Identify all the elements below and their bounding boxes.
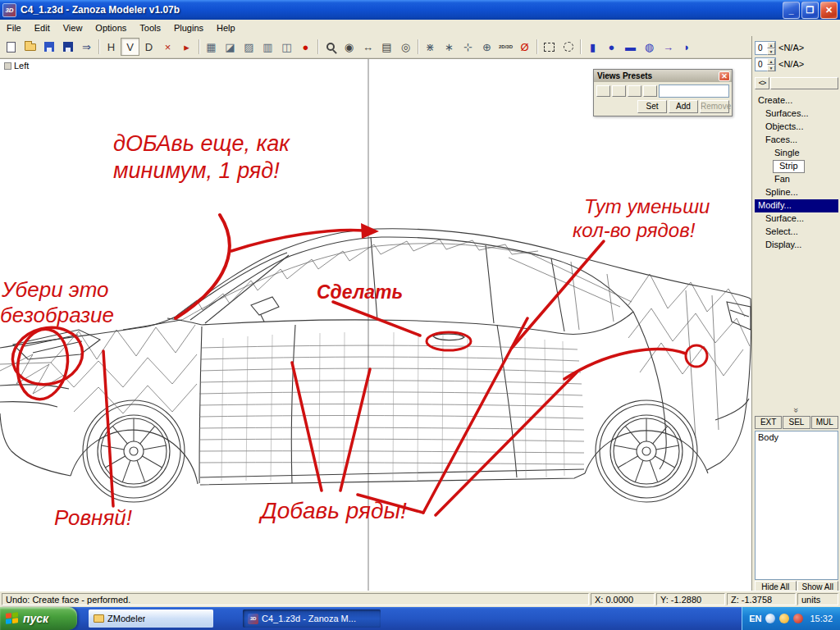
tree-strip[interactable]: Strip	[773, 160, 805, 173]
tree-spline[interactable]: Spline...	[755, 186, 838, 199]
task-button-zmodeler-folder[interactable]: ZModeler	[89, 609, 213, 628]
sel-mode-button[interactable]: SEL	[783, 416, 810, 429]
select-circle-button[interactable]	[559, 38, 578, 56]
create-cylinder-button[interactable]: ▬	[621, 38, 640, 56]
menu-edit[interactable]: Edit	[28, 21, 57, 35]
surface-tool-button[interactable]: ▥	[258, 38, 277, 56]
spinner-up-icon[interactable]: ▲	[767, 58, 775, 65]
circle-plus-icon: ⊕	[482, 42, 491, 52]
menu-options[interactable]: Options	[89, 21, 133, 35]
palette-close-icon[interactable]: ✕	[719, 71, 730, 81]
collapse-chevrons[interactable]: »	[755, 404, 838, 414]
spinner-down-icon[interactable]: ▼	[767, 48, 775, 55]
v-letter-icon: V	[126, 42, 134, 52]
menu-help[interactable]: Help	[210, 21, 242, 35]
preset-slot[interactable]	[596, 85, 610, 97]
tree-surface[interactable]: Surface...	[755, 212, 838, 226]
toggle-v-button[interactable]: V	[121, 38, 139, 56]
views-layout-button[interactable]: ▤	[377, 38, 396, 56]
toggle-h-button[interactable]: H	[102, 38, 121, 56]
start-button[interactable]: пуск	[0, 607, 77, 630]
menu-plugins[interactable]: Plugins	[167, 21, 210, 35]
mul-mode-button[interactable]: MUL	[811, 416, 838, 429]
axes-star-icon: ⋇	[426, 42, 435, 52]
preset-slot[interactable]	[612, 85, 626, 97]
slider-track[interactable]	[770, 77, 838, 89]
tree-faces[interactable]: Faces...	[755, 134, 838, 147]
viewport-canvas[interactable]: дОБАвь еще, как минимум, 1 ряд! Тут умен…	[0, 59, 751, 591]
create-box-button[interactable]: ▮	[583, 38, 602, 56]
tree-single[interactable]: Single	[755, 147, 838, 160]
pan-button[interactable]: ↔	[358, 38, 377, 56]
export-button[interactable]: ⇒	[77, 38, 96, 56]
toggle-d-button[interactable]: D	[139, 38, 158, 56]
select-rect-button[interactable]	[540, 38, 559, 56]
preset-name-field[interactable]	[659, 84, 729, 98]
preset-slot[interactable]	[643, 85, 657, 97]
save-file-button[interactable]	[39, 38, 58, 56]
tree-modify[interactable]: Modify...	[755, 199, 838, 212]
menu-file[interactable]: File	[0, 21, 28, 35]
create-sphere-button[interactable]: ●	[602, 38, 621, 56]
zoom-button[interactable]	[321, 38, 340, 56]
merge-tool-button[interactable]: ◫	[277, 38, 296, 56]
snap-axes-button[interactable]: ⋇	[421, 38, 440, 56]
create-torus-button[interactable]: ◍	[640, 38, 659, 56]
uv-tool-button[interactable]: ▨	[240, 38, 258, 56]
snap-grid-button[interactable]: ∗	[440, 38, 459, 56]
material-button[interactable]: ●	[296, 38, 315, 56]
minimize-button[interactable]: _	[783, 2, 800, 19]
new-file-button[interactable]	[2, 38, 21, 56]
window-title: C4_1.z3d - Zanoza Modeler v1.07b	[21, 4, 778, 16]
snap-points-button[interactable]: ⊹	[459, 38, 477, 56]
open-file-button[interactable]	[21, 38, 39, 56]
tray-app-icon-1[interactable]	[765, 614, 775, 623]
zoom-region-button[interactable]: ◉	[340, 38, 358, 56]
objects-listbox[interactable]: Body	[755, 431, 838, 580]
tree-display[interactable]: Display...	[755, 239, 838, 252]
language-indicator[interactable]: EN	[749, 614, 761, 623]
task-button-zmodeler-app[interactable]: 3D C4_1.z3d - Zanoza M...	[243, 609, 381, 628]
tree-fan[interactable]: Fan	[755, 173, 838, 186]
object-item-body[interactable]: Body	[756, 431, 838, 443]
preset-set-button[interactable]: Set	[637, 100, 667, 113]
views-presets-titlebar[interactable]: Views Presets ✕	[594, 70, 732, 82]
units-label: units	[797, 593, 838, 605]
preset-slot[interactable]	[628, 85, 641, 97]
tree-objects[interactable]: Objects...	[755, 121, 838, 134]
menu-view[interactable]: View	[57, 21, 89, 35]
save-as-button[interactable]	[58, 38, 77, 56]
create-disc-button[interactable]: ◗	[678, 38, 696, 56]
mesh-tool-button[interactable]: ▦	[202, 38, 221, 56]
tree-select[interactable]: Select...	[755, 226, 838, 239]
tree-create[interactable]: Create...	[755, 94, 838, 107]
faces-tool-button[interactable]: ◪	[221, 38, 240, 56]
spinner-field-1[interactable]: 0 ▲▼	[755, 41, 776, 55]
marker-tool-button[interactable]: ▸	[177, 38, 196, 56]
disable-symmetry-button[interactable]: Ø	[515, 38, 534, 56]
statusbar: Undo: Create face - performed. X: 0.0000…	[0, 591, 840, 607]
mode-2d3d-button[interactable]: 2D/3D	[496, 38, 515, 56]
create-arrow-button[interactable]: →	[659, 38, 678, 56]
ext-mode-button[interactable]: EXT	[755, 416, 782, 429]
spinner-value-1: 0	[756, 42, 767, 54]
spinner-field-2[interactable]: 0 ▲▼	[755, 57, 776, 71]
maximize-button[interactable]: ❐	[801, 2, 819, 19]
hide-all-button[interactable]: Hide All	[755, 581, 797, 591]
menu-tools[interactable]: Tools	[133, 21, 167, 35]
coord-x: X: 0.0000	[591, 593, 655, 605]
viewport[interactable]: Left	[0, 58, 751, 591]
tray-app-icon-3[interactable]	[793, 614, 803, 623]
close-button[interactable]: ✕	[820, 2, 838, 19]
spinner-down-icon[interactable]: ▼	[767, 65, 775, 71]
spinner-up-icon[interactable]: ▲	[767, 42, 775, 48]
preset-remove-button[interactable]: Remove	[700, 100, 729, 113]
camera-button[interactable]: ◎	[396, 38, 415, 56]
preset-add-button[interactable]: Add	[669, 100, 698, 113]
slider-arrows-icon[interactable]: <>	[755, 77, 769, 89]
tree-surfaces[interactable]: Surfaces...	[755, 107, 838, 121]
local-axes-button[interactable]: ⊕	[477, 38, 496, 56]
delete-tool-button[interactable]: ×	[158, 38, 177, 56]
tray-app-icon-2[interactable]	[779, 614, 789, 623]
show-all-button[interactable]: Show All	[797, 581, 839, 591]
